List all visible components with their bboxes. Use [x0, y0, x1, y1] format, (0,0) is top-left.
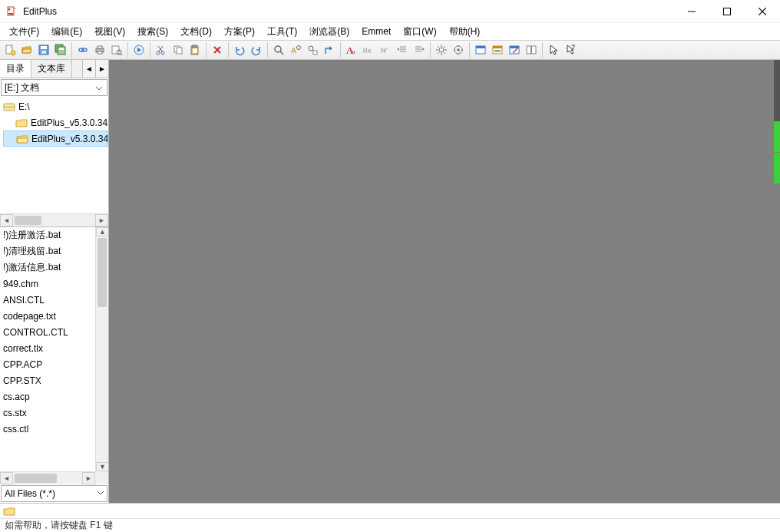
indent-right-icon[interactable] — [411, 41, 428, 58]
window2-icon[interactable] — [489, 41, 506, 58]
svg-point-35 — [275, 46, 281, 52]
file-row[interactable]: correct.tlx — [0, 340, 95, 356]
menu-search[interactable]: 搜索(S) — [131, 24, 174, 40]
pointer-icon[interactable] — [545, 41, 562, 58]
svg-rect-4 — [724, 8, 731, 15]
paste-icon[interactable] — [187, 41, 203, 58]
menu-bar: 文件(F) 编辑(E) 视图(V) 搜索(S) 文档(D) 方案(P) 工具(T… — [0, 23, 780, 40]
open-file-icon[interactable] — [18, 41, 35, 58]
save-icon[interactable] — [35, 41, 52, 58]
close-button[interactable] — [745, 0, 780, 23]
svg-rect-71 — [494, 50, 501, 52]
svg-text:Ạ: Ạ — [291, 46, 296, 55]
preview-icon[interactable] — [108, 41, 125, 58]
menu-help[interactable]: 帮助(H) — [443, 24, 487, 40]
undo-icon[interactable] — [231, 41, 248, 58]
file-row[interactable]: !)激活信息.bat — [0, 259, 95, 276]
menu-file[interactable]: 文件(F) — [3, 24, 45, 40]
svg-text:Hx: Hx — [363, 47, 372, 55]
scroll-left-icon[interactable]: ◄ — [0, 472, 13, 484]
file-row[interactable]: !)注册激活.bat — [0, 227, 95, 243]
split-icon[interactable] — [523, 41, 540, 58]
file-v-scrollbar[interactable]: ▲ ▼ — [95, 227, 108, 471]
editor-area[interactable] — [109, 60, 780, 503]
file-filter-select[interactable]: All Files (*.*) — [1, 485, 107, 502]
chevron-down-icon — [97, 489, 104, 497]
wordwrap-icon[interactable]: W — [377, 41, 394, 58]
save-all-icon[interactable] — [52, 41, 69, 58]
file-list[interactable]: !)注册激活.bat!)清理残留.bat!)激活信息.bat949.chmANS… — [0, 227, 108, 484]
file-row[interactable]: css.ctl — [0, 421, 95, 437]
scroll-right-icon[interactable]: ► — [82, 472, 95, 484]
file-h-scrollbar[interactable]: ◄ ► — [0, 471, 95, 484]
copy-icon[interactable] — [170, 41, 187, 58]
gear-icon[interactable] — [450, 41, 467, 58]
menu-edit[interactable]: 编辑(E) — [45, 24, 88, 40]
delete-icon[interactable] — [209, 41, 226, 58]
run-icon[interactable] — [131, 41, 147, 58]
print-icon[interactable] — [91, 41, 108, 58]
folder-tree[interactable]: E:\ EditPlus_v5.3.0.342 EditPlus_v5.3.0.… — [0, 97, 108, 227]
side-tabs: 目录 文本库 ◄ ► — [0, 60, 108, 78]
cut-icon[interactable] — [153, 41, 170, 58]
file-row[interactable]: ANSI.CTL — [0, 292, 95, 308]
file-row[interactable]: !)清理残留.bat — [0, 243, 95, 259]
svg-rect-31 — [193, 45, 197, 48]
tree-root[interactable]: E:\ — [3, 98, 108, 114]
find-files-icon[interactable] — [304, 41, 321, 58]
svg-line-36 — [280, 51, 283, 55]
scroll-thumb[interactable] — [15, 216, 41, 225]
file-row[interactable]: cs.stx — [0, 405, 95, 421]
minimize-button[interactable] — [674, 0, 709, 23]
side-panel: 目录 文本库 ◄ ► [E:] 文档 E:\ EditPlus_v5.3.0.3… — [0, 60, 109, 503]
file-row[interactable]: codepage.txt — [0, 308, 95, 324]
svg-rect-75 — [527, 46, 531, 54]
window1-icon[interactable] — [472, 41, 489, 58]
window3-icon[interactable] — [506, 41, 523, 58]
find-icon[interactable] — [270, 41, 287, 58]
tree-h-scrollbar[interactable]: ◄ ► — [0, 213, 108, 226]
file-row[interactable]: cs.acp — [0, 388, 95, 405]
menu-emmet[interactable]: Emmet — [355, 25, 397, 38]
tab-cliptext[interactable]: 文本库 — [31, 60, 72, 78]
svg-text:?: ? — [571, 44, 576, 51]
cut-link-icon[interactable] — [74, 41, 91, 58]
svg-line-22 — [121, 54, 122, 55]
h-scroll-thumb[interactable] — [15, 474, 57, 483]
file-row[interactable]: CONTROL.CTL — [0, 324, 95, 340]
file-row[interactable]: CPP.ACP — [0, 356, 95, 372]
tab-scroll-right[interactable]: ► — [95, 60, 108, 78]
font-icon[interactable]: Aa — [343, 41, 360, 58]
tree-child-1[interactable]: EditPlus_v5.3.0.342 — [3, 114, 108, 131]
menu-project[interactable]: 方案(P) — [218, 24, 261, 40]
tree-child-2[interactable]: EditPlus_v5.3.0.34 — [3, 131, 108, 147]
file-row[interactable]: 949.chm — [0, 276, 95, 292]
drive-select[interactable]: [E:] 文档 — [1, 79, 107, 96]
menu-browser[interactable]: 浏览器(B) — [303, 24, 355, 40]
menu-window[interactable]: 窗口(W) — [397, 24, 442, 40]
v-scroll-thumb[interactable] — [98, 238, 107, 307]
menu-document[interactable]: 文档(D) — [174, 24, 218, 40]
menu-view[interactable]: 视图(V) — [88, 24, 131, 40]
svg-rect-32 — [193, 48, 197, 53]
maximize-button[interactable] — [709, 0, 745, 23]
scroll-up-icon[interactable]: ▲ — [96, 227, 108, 236]
goto-icon[interactable] — [321, 41, 338, 58]
settings-icon[interactable] — [433, 41, 450, 58]
indent-left-icon[interactable] — [394, 41, 411, 58]
scroll-right-icon[interactable]: ► — [95, 214, 108, 226]
menu-tools[interactable]: 工具(T) — [261, 24, 303, 40]
hex-icon[interactable]: Hx — [360, 41, 377, 58]
tab-directory[interactable]: 目录 — [0, 60, 31, 78]
help-icon[interactable]: ? — [562, 41, 579, 58]
redo-icon[interactable] — [248, 41, 265, 58]
scroll-left-icon[interactable]: ◄ — [0, 214, 13, 226]
svg-rect-68 — [476, 46, 485, 48]
file-row[interactable]: CPP.STX — [0, 372, 95, 388]
svg-rect-73 — [510, 46, 519, 48]
scroll-down-icon[interactable]: ▼ — [96, 462, 108, 471]
replace-icon[interactable]: Ạ — [287, 41, 304, 58]
new-file-icon[interactable] — [2, 41, 18, 58]
svg-line-58 — [444, 52, 445, 54]
tab-scroll-left[interactable]: ◄ — [82, 60, 95, 78]
